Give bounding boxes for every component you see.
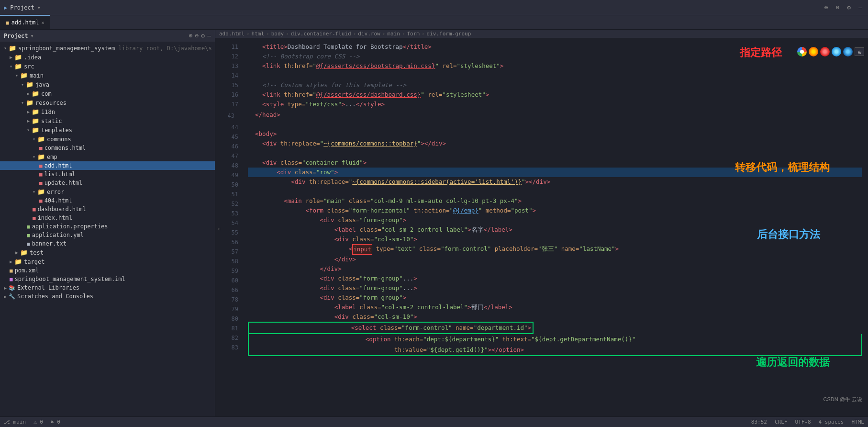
tab-filename: add.html — [11, 19, 39, 26]
tree-item-app-yml[interactable]: ■ application.yml — [0, 231, 215, 239]
tree-item-app-props[interactable]: ■ application.properties — [0, 222, 215, 231]
chrome-icon[interactable] — [797, 47, 807, 56]
tree-item-idea[interactable]: ▶ 📁 .idea — [0, 53, 215, 62]
file-icon-dashboard-html: ■ — [33, 206, 36, 213]
folder-icon-resources: 📁 — [26, 99, 33, 106]
code-area[interactable]: <title>Dashboard Template for Bootstrap<… — [242, 38, 868, 416]
tree-item-index-html[interactable]: ■ index.html — [0, 214, 215, 222]
tree-label-add-html: add.html — [45, 162, 72, 169]
tree-label-resources: resources — [35, 100, 67, 106]
editor-content: ◁ 11 12 13 14 15 — [215, 38, 868, 416]
sidebar-scope-icon[interactable]: ⊕ — [189, 32, 193, 39]
crlf-indicator: CRLF — [775, 419, 788, 425]
opera-icon[interactable] — [820, 47, 830, 56]
tab-add-html[interactable]: ■ add.html × — [0, 15, 50, 29]
tree-item-404-html[interactable]: ■ 404.html — [0, 196, 215, 205]
code-line-52: <main role="main" class="col-md-9 ml-sm-… — [248, 196, 862, 206]
folder-icon: 📁 — [9, 45, 16, 52]
tree-item-iml[interactable]: ■ springboot_management_system.iml — [0, 275, 215, 283]
tree-item-resources[interactable]: ▾ 📁 resources — [0, 98, 215, 107]
sidebar-tree: ▾ 📁 springboot_management_system library… — [0, 42, 215, 416]
tab-close-button[interactable]: × — [41, 20, 44, 25]
tree-item-main[interactable]: ▾ 📁 main — [0, 71, 215, 80]
file-icon-pom-xml: ■ — [10, 268, 13, 274]
tree-label-main: main — [30, 72, 44, 79]
line-numbers: 11 12 13 14 15 16 17 43 44 45 46 47 48 4… — [222, 38, 242, 416]
folder-icon-ext: 📚 — [9, 285, 15, 291]
folder-icon-static: 📁 — [32, 117, 39, 124]
folder-icon-idea: 📁 — [14, 54, 22, 61]
sidebar-collapse-icon[interactable]: ⊖ — [195, 32, 199, 39]
folder-arrow-java: ▾ — [21, 82, 24, 87]
tree-item-src[interactable]: ▾ 📁 src — [0, 62, 215, 71]
code-line-17: <style type="text/css">...</style> — [248, 100, 862, 109]
tree-item-springboot[interactable]: ▾ 📁 springboot_management_system library… — [0, 44, 215, 53]
line-col-info: 83:52 — [751, 419, 767, 425]
bottom-bar: ⎇ main ⚠ 0 ✖ 0 83:52 CRLF UTF-8 4 spaces… — [0, 416, 868, 427]
tree-label-i18n: i18n — [41, 109, 55, 115]
tree-item-update-html[interactable]: ■ update.html — [0, 179, 215, 187]
html-indicator: HTML — [852, 419, 865, 425]
sidebar-header: Project ▾ ⊕ ⊖ ⚙ — — [0, 30, 215, 42]
code-line-45: <body> — [248, 129, 862, 139]
folder-arrow-error: ▾ — [33, 189, 35, 194]
tree-label-404-html: 404.html — [45, 197, 72, 204]
code-line-60: <div class="form-group"...> — [248, 274, 862, 283]
folder-icon-emp: 📁 — [37, 153, 45, 160]
tree-item-dashboard-html[interactable]: ■ dashboard.html — [0, 205, 215, 214]
tree-item-banner-txt[interactable]: ■ banner.txt — [0, 239, 215, 248]
tree-item-ext-libs[interactable]: ▶ 📚 External Libraries — [0, 283, 215, 292]
code-line-66: <div class="form-group"...> — [248, 283, 862, 293]
folder-arrow-com: ▶ — [27, 91, 30, 96]
tree-item-emp[interactable]: ▾ 📁 emp — [0, 152, 215, 161]
tree-item-test[interactable]: ▶ 📁 test — [0, 248, 215, 257]
tree-item-list-html[interactable]: ■ list.html — [0, 170, 215, 179]
tree-item-pom-xml[interactable]: ■ pom.xml — [0, 266, 215, 275]
sidebar: Project ▾ ⊕ ⊖ ⚙ — ▾ 📁 springboot_managem… — [0, 30, 215, 416]
tree-label-emp: emp — [47, 154, 57, 160]
plugin-icon[interactable]: m — [855, 47, 864, 56]
top-bar-scope-icon[interactable]: ⊕ — [823, 3, 830, 12]
breadcrumb-main: main — [387, 31, 400, 37]
warnings: ⚠ 0 — [33, 419, 43, 425]
code-line-58: </div> — [248, 255, 862, 264]
folder-arrow-idea: ▶ — [10, 55, 12, 60]
tree-item-com[interactable]: ▶ 📁 com — [0, 89, 215, 98]
tree-label-target: target — [24, 258, 45, 265]
tree-item-error[interactable]: ▾ 📁 error — [0, 187, 215, 196]
code-line-83: th:value="${dept.getId()}"></option> — [248, 345, 862, 356]
folder-arrow-commons: ▾ — [33, 136, 35, 142]
top-bar-settings-icon[interactable]: ⚙ — [845, 3, 853, 12]
tree-item-static[interactable]: ▶ 📁 static — [0, 116, 215, 125]
file-icon-iml: ■ — [10, 276, 13, 282]
top-bar-close-icon[interactable]: — — [857, 3, 864, 12]
folder-arrow-scratches: ▶ — [4, 294, 7, 299]
tree-item-java[interactable]: ▾ 📁 java — [0, 80, 215, 89]
top-bar-dropdown-arrow[interactable]: ▾ — [37, 4, 41, 11]
code-line-82: <option th:each="dept:${departments}" th… — [248, 334, 862, 345]
tree-item-add-html[interactable]: ■ add.html — [0, 161, 215, 170]
tree-item-commons[interactable]: ▾ 📁 commons — [0, 135, 215, 144]
tree-label-banner-txt: banner.txt — [32, 240, 67, 247]
annotation-houtai: 后台接口方法 — [757, 230, 820, 241]
sidebar-dropdown-arrow[interactable]: ▾ — [31, 33, 34, 39]
tree-label-dashboard-html: dashboard.html — [38, 206, 86, 213]
tree-item-target[interactable]: ▶ 📁 target — [0, 257, 215, 266]
sidebar-header-actions: ⊕ ⊖ ⚙ — — [189, 32, 211, 39]
sidebar-settings-icon[interactable]: ⚙ — [201, 32, 205, 39]
tree-item-templates[interactable]: ▾ 📁 templates — [0, 125, 215, 135]
tree-label-ext: External Libraries — [17, 284, 79, 291]
tree-label-commons-html: commons.html — [45, 145, 86, 151]
spaces-indicator: 4 spaces — [819, 419, 844, 425]
ie-icon[interactable] — [843, 47, 853, 56]
tree-item-commons-html[interactable]: ■ commons.html — [0, 144, 215, 152]
code-line-13: <link th:href="@{/asserts/css/bootstrap.… — [248, 61, 862, 71]
edge-icon[interactable] — [832, 47, 841, 56]
firefox-icon[interactable] — [809, 47, 818, 56]
file-icon-404-html: ■ — [39, 198, 43, 204]
encoding-indicator: UTF-8 — [795, 419, 811, 425]
sidebar-close-icon[interactable]: — — [207, 32, 211, 39]
tree-item-scratches[interactable]: ▶ 🔧 Scratches and Consoles — [0, 292, 215, 301]
top-bar-collapse-icon[interactable]: ⊖ — [834, 3, 842, 12]
tree-item-i18n[interactable]: ▶ 📁 i18n — [0, 107, 215, 116]
